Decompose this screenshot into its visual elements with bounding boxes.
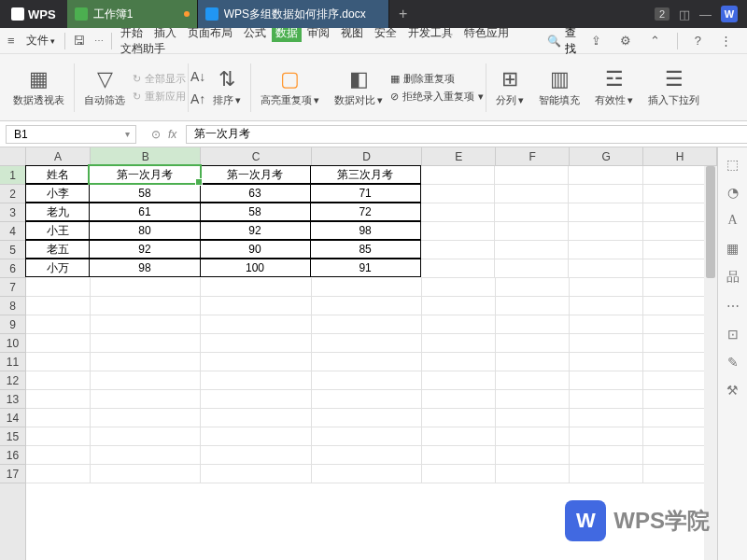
cell-B5[interactable]: 92: [89, 240, 200, 259]
sort-desc-icon[interactable]: A↑: [190, 91, 205, 106]
row-header-9[interactable]: 9: [0, 315, 25, 334]
cell-F5[interactable]: [495, 241, 569, 259]
cell-D4[interactable]: 98: [310, 221, 421, 240]
show-all-button[interactable]: ↻全部显示: [133, 72, 186, 86]
tab-docx[interactable]: WPS多组数据如何排序.docx: [198, 0, 389, 28]
cell-E14[interactable]: [422, 409, 496, 427]
cell-G3[interactable]: [569, 203, 642, 222]
cell-G12[interactable]: [570, 371, 643, 390]
cell-D5[interactable]: 85: [310, 240, 421, 259]
column-header-E[interactable]: E: [422, 147, 496, 165]
row-header-5[interactable]: 5: [0, 241, 25, 259]
help-icon[interactable]: ?: [691, 34, 705, 48]
file-menu[interactable]: 文件 ▾: [21, 30, 61, 51]
share-icon[interactable]: ⇪: [587, 34, 605, 48]
reject-dup-button[interactable]: ⊘拒绝录入重复项▾: [390, 90, 484, 104]
cell-B8[interactable]: [91, 297, 201, 315]
cell-F2[interactable]: [495, 185, 569, 203]
cell-D14[interactable]: [312, 409, 422, 427]
insert-dropdown-button[interactable]: ☰ 插入下拉列: [641, 54, 707, 120]
cell-D10[interactable]: [312, 334, 422, 353]
cell-B12[interactable]: [91, 371, 201, 390]
skin-icon[interactable]: ◫: [679, 7, 690, 21]
row-header-1[interactable]: 1: [0, 166, 25, 185]
select-icon[interactable]: ⬚: [726, 157, 739, 172]
cell-A17[interactable]: [26, 465, 91, 483]
row-header-12[interactable]: 12: [0, 371, 25, 390]
cell-A10[interactable]: [26, 334, 91, 353]
cell-B7[interactable]: [91, 278, 201, 297]
cell-E12[interactable]: [422, 371, 496, 390]
cell-G2[interactable]: [569, 185, 642, 203]
column-header-F[interactable]: F: [496, 147, 570, 165]
cell-C11[interactable]: [201, 353, 311, 371]
reapply-button[interactable]: ↻重新应用: [133, 90, 186, 104]
cell-G4[interactable]: [569, 222, 642, 241]
cell-A9[interactable]: [26, 315, 91, 334]
cell-G1[interactable]: [569, 166, 642, 185]
cell-F16[interactable]: [496, 446, 570, 465]
cell-B13[interactable]: [91, 390, 201, 409]
cell-B6[interactable]: 98: [89, 259, 200, 277]
cell-D3[interactable]: 72: [310, 203, 421, 221]
highlight-dup-button[interactable]: ▢ 高亮重复项▾: [253, 54, 327, 120]
cell-G8[interactable]: [570, 297, 643, 315]
pivot-table-button[interactable]: ▦ 数据透视表: [6, 54, 72, 120]
cell-G10[interactable]: [570, 334, 643, 353]
cell-G15[interactable]: [570, 427, 643, 446]
row-header-14[interactable]: 14: [0, 409, 25, 427]
column-header-C[interactable]: C: [201, 147, 311, 165]
tools-icon[interactable]: ⚒: [726, 383, 739, 398]
search-button[interactable]: 🔍 查找: [547, 25, 576, 57]
sort-button[interactable]: ⇅ 排序▾: [205, 54, 248, 120]
cell-E5[interactable]: [421, 241, 495, 259]
row-header-10[interactable]: 10: [0, 334, 25, 353]
cell-A12[interactable]: [26, 371, 91, 390]
cell-B4[interactable]: 80: [89, 221, 200, 240]
window-count-badge[interactable]: 2: [655, 7, 669, 21]
delete-dup-button[interactable]: ▦删除重复项: [390, 72, 484, 86]
cell-B14[interactable]: [91, 409, 201, 427]
cell-D13[interactable]: [312, 390, 422, 409]
cell-E17[interactable]: [422, 465, 496, 483]
column-header-G[interactable]: G: [570, 147, 643, 165]
cell-A6[interactable]: 小万: [25, 259, 90, 277]
cell-A7[interactable]: [26, 278, 91, 297]
cell-E11[interactable]: [422, 353, 496, 371]
cell-F8[interactable]: [496, 297, 570, 315]
row-header-17[interactable]: 17: [0, 465, 25, 483]
cell-C10[interactable]: [201, 334, 311, 353]
row-header-6[interactable]: 6: [0, 259, 25, 278]
fx-icon[interactable]: fx: [168, 128, 176, 141]
scroll-thumb[interactable]: [706, 166, 715, 278]
cell-G6[interactable]: [569, 259, 642, 278]
style-icon[interactable]: ◔: [727, 185, 739, 200]
cell-G17[interactable]: [570, 465, 643, 483]
cell-B11[interactable]: [91, 353, 201, 371]
menu-tab-9[interactable]: 特色应用: [458, 23, 514, 42]
cell-E2[interactable]: [421, 185, 495, 203]
table-icon[interactable]: ▦: [726, 241, 739, 256]
autofilter-button[interactable]: ▽ 自动筛选: [77, 54, 133, 120]
cell-E4[interactable]: [421, 222, 495, 241]
column-header-H[interactable]: H: [643, 147, 717, 165]
cell-A13[interactable]: [26, 390, 91, 409]
cell-D1[interactable]: 第三次月考: [310, 165, 421, 184]
sort-asc-icon[interactable]: A↓: [190, 69, 205, 84]
row-header-3[interactable]: 3: [0, 203, 25, 222]
cell-E10[interactable]: [422, 334, 496, 353]
split-columns-button[interactable]: ⊞ 分列▾: [488, 54, 531, 120]
cell-C12[interactable]: [201, 371, 311, 390]
row-header-7[interactable]: 7: [0, 278, 25, 297]
cell-B17[interactable]: [91, 465, 201, 483]
vertical-scrollbar[interactable]: [704, 166, 717, 560]
cell-F1[interactable]: [495, 166, 569, 185]
cell-G16[interactable]: [570, 446, 643, 465]
cell-D7[interactable]: [312, 278, 422, 297]
cell-C7[interactable]: [201, 278, 311, 297]
cell-D15[interactable]: [312, 427, 422, 446]
cell-F7[interactable]: [496, 278, 570, 297]
cell-F13[interactable]: [496, 390, 570, 409]
row-header-13[interactable]: 13: [0, 390, 25, 409]
cancel-icon[interactable]: ⊙: [151, 128, 161, 141]
